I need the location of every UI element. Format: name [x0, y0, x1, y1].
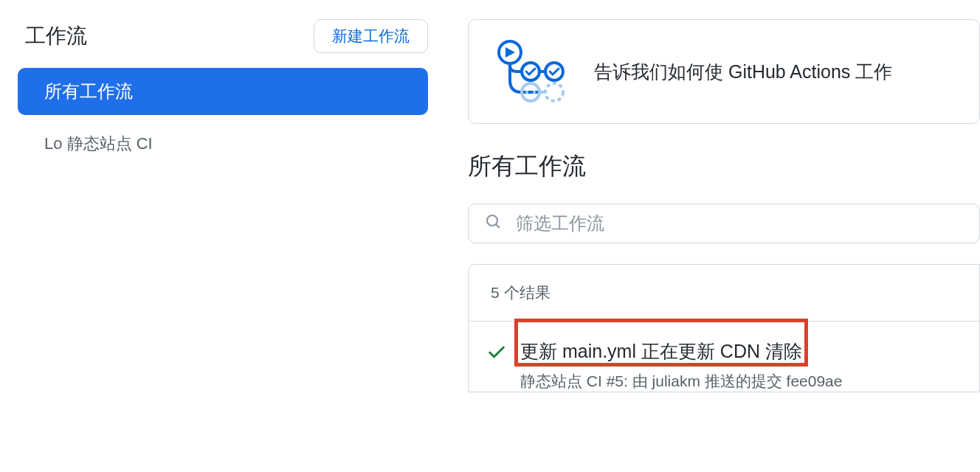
svg-point-7: [533, 91, 536, 94]
svg-marker-1: [505, 47, 515, 58]
sidebar-title: 工作流: [25, 22, 87, 50]
sidebar-header: 工作流 新建工作流: [18, 19, 428, 53]
search-icon: [485, 213, 503, 234]
results-panel: 5 个结果 更新 main.yml 正在更新 CDN 清除 静态站点 CI #5…: [468, 264, 980, 392]
new-workflow-button[interactable]: 新建工作流: [314, 19, 428, 53]
result-row[interactable]: 更新 main.yml 正在更新 CDN 清除 静态站点 CI #5: 由 ju…: [469, 322, 979, 392]
sidebar-item-all-workflows[interactable]: 所有工作流: [18, 68, 428, 115]
check-icon: [486, 342, 507, 366]
results-count: 5 个结果: [469, 265, 979, 322]
filter-box[interactable]: [468, 204, 980, 243]
workflow-icon: [494, 39, 567, 104]
sidebar-item-label: Lo 静态站点 CI: [44, 134, 153, 153]
sidebar-item-static-ci[interactable]: Lo 静态站点 CI: [18, 119, 428, 168]
sidebar: 工作流 新建工作流 所有工作流 Lo 静态站点 CI: [0, 0, 438, 472]
filter-input[interactable]: [516, 213, 963, 234]
svg-point-6: [525, 91, 528, 94]
main-content: 告诉我们如何使 GitHub Actions 工作 所有工作流 5 个结果 更新…: [438, 0, 980, 472]
feedback-banner[interactable]: 告诉我们如何使 GitHub Actions 工作: [468, 19, 980, 124]
svg-line-11: [496, 224, 500, 228]
svg-point-8: [545, 83, 563, 101]
result-body: 更新 main.yml 正在更新 CDN 清除 静态站点 CI #5: 由 ju…: [520, 339, 957, 392]
sidebar-item-label: 所有工作流: [44, 81, 133, 101]
result-subtitle: 静态站点 CI #5: 由 juliakm 推送的提交 fee09ae: [520, 371, 957, 392]
result-title[interactable]: 更新 main.yml 正在更新 CDN 清除: [520, 339, 802, 364]
svg-point-10: [487, 215, 497, 226]
banner-text: 告诉我们如何使 GitHub Actions 工作: [594, 60, 892, 84]
page-title: 所有工作流: [468, 150, 980, 183]
